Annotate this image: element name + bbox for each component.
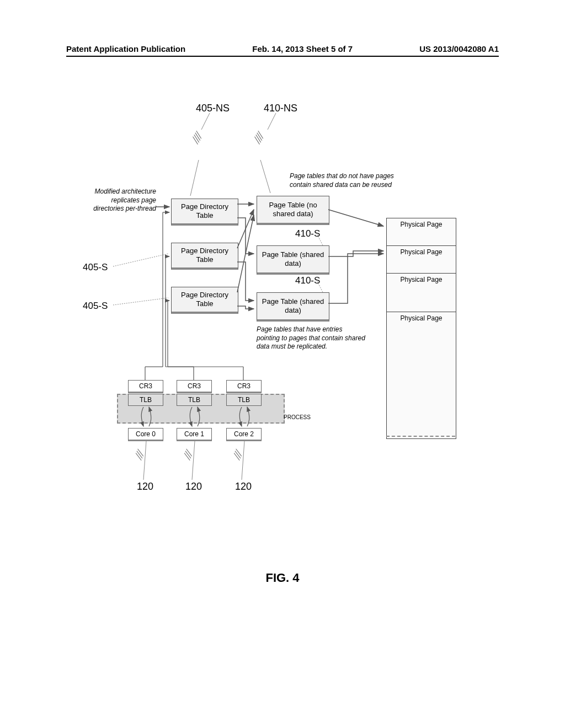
- cr3-1: CR3: [177, 380, 212, 393]
- tlb-1: TLB: [177, 394, 212, 406]
- box-pdt-2: Page Directory Table: [171, 243, 238, 270]
- page-header: Patent Application Publication Feb. 14, …: [66, 44, 499, 57]
- box-physical-page-2: Physical Page: [386, 245, 456, 274]
- box-physical-page-4: Physical Page: [386, 312, 456, 439]
- ref-120-b: 120: [185, 481, 202, 493]
- annotation-reused: Page tables that do not have pages conta…: [290, 172, 406, 189]
- leader-line-icon: ///: [233, 451, 242, 460]
- ref-405-s-top: 405-S: [83, 262, 108, 273]
- annotation-modified: Modified architecture replicates page di…: [87, 188, 156, 213]
- svg-line-19: [260, 160, 270, 193]
- cr3-0: CR3: [128, 380, 163, 393]
- cr3-2: CR3: [226, 380, 262, 393]
- tlb-2: TLB: [226, 394, 262, 406]
- svg-line-2: [113, 298, 168, 305]
- core-0: Core 0: [128, 428, 163, 441]
- process-label: PROCESS: [284, 414, 311, 420]
- svg-line-16: [201, 113, 210, 130]
- box-pt-shared-1: Page Table (shared data): [257, 245, 329, 275]
- header-left: Patent Application Publication: [66, 44, 185, 53]
- annotation-replicated: Page tables that have entries pointing t…: [257, 325, 367, 351]
- figure-caption: FIG. 4: [0, 571, 565, 585]
- box-pt-noshared: Page Table (no shared data): [257, 196, 329, 225]
- leader-line-icon: ///: [184, 451, 192, 460]
- divider: [386, 436, 455, 438]
- leader-line-icon: ///: [135, 451, 143, 460]
- ref-410-s-bot: 410-S: [295, 275, 320, 286]
- tlb-0: TLB: [128, 394, 163, 406]
- core-2: Core 2: [226, 428, 262, 441]
- box-pt-shared-2: Page Table (shared data): [257, 292, 329, 322]
- ref-410-s-top: 410-S: [295, 228, 320, 239]
- box-pdt-3: Page Directory Table: [171, 287, 238, 314]
- header-center: Feb. 14, 2013 Sheet 5 of 7: [252, 44, 353, 53]
- ref-405-ns: 405-NS: [196, 103, 230, 114]
- box-physical-page-3: Physical Page: [386, 273, 456, 312]
- box-pdt-1: Page Directory Table: [171, 199, 238, 226]
- ref-405-s-bot: 405-S: [83, 301, 108, 312]
- header-right: US 2013/0042080 A1: [419, 44, 499, 53]
- svg-line-17: [268, 113, 276, 130]
- svg-line-1: [113, 254, 168, 266]
- ref-120-a: 120: [137, 481, 153, 493]
- box-physical-page-1: Physical Page: [386, 218, 456, 246]
- leader-line-icon: ////: [253, 133, 263, 144]
- ref-410-ns: 410-NS: [264, 103, 297, 114]
- leader-line-icon: ////: [191, 133, 201, 144]
- ref-120-c: 120: [235, 481, 252, 493]
- core-1: Core 1: [177, 428, 212, 441]
- svg-line-18: [190, 160, 199, 196]
- figure-4: 405-NS 410-NS //// //// Page tables that…: [66, 110, 499, 607]
